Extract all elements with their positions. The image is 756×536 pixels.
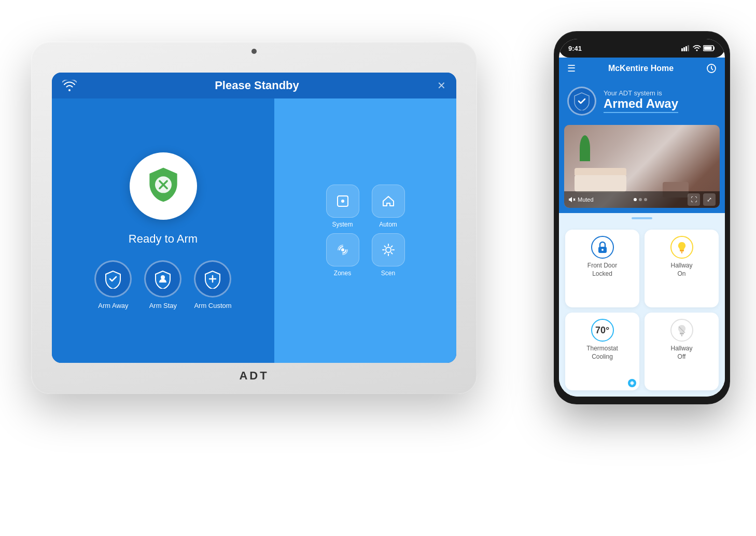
- screen-content: Please Standby ✕: [52, 73, 456, 363]
- expand-button[interactable]: ⤢: [703, 193, 716, 206]
- wifi-icon: [62, 80, 77, 91]
- zones-button[interactable]: Zones: [326, 233, 359, 277]
- wifi-status-icon: [693, 45, 701, 51]
- panel-top-row: System Autom: [326, 185, 405, 228]
- shield-checkmark-icon: [573, 92, 590, 110]
- front-door-card[interactable]: Front DoorLocked: [565, 230, 639, 307]
- bottom-handle: [559, 213, 725, 223]
- phone-status-bar: 9:41: [559, 39, 725, 58]
- arm-custom-icon: [203, 269, 222, 289]
- tablet-screen: Please Standby ✕: [52, 73, 456, 363]
- armed-away-title: Armed Away: [604, 97, 678, 112]
- screen-header: Please Standby ✕: [52, 73, 456, 98]
- svg-rect-16: [685, 46, 687, 51]
- snowflake-icon: [629, 380, 635, 386]
- arm-custom-label: Arm Custom: [194, 302, 231, 309]
- lock-icon: [596, 240, 609, 255]
- ready-to-arm-badge[interactable]: [130, 152, 197, 220]
- svg-rect-25: [680, 250, 684, 251]
- fullscreen-button[interactable]: ⛶: [688, 193, 700, 206]
- video-section: Muted ⛶ ⤢: [559, 123, 725, 213]
- svg-point-24: [601, 249, 604, 251]
- system-label: System: [332, 221, 353, 228]
- clock-icon[interactable]: [706, 63, 717, 74]
- status-subtitle: Your ADT system is: [604, 89, 717, 97]
- bulb-on-icon: [675, 240, 689, 255]
- scenes-button[interactable]: Scen: [372, 233, 405, 277]
- alarm-status-section: Your ADT system is Armed Away: [559, 79, 725, 123]
- shield-badge-icon: [567, 87, 596, 116]
- signal-icon: [681, 45, 691, 51]
- arm-away-icon: [103, 269, 123, 289]
- bulb-off-icon: [675, 323, 689, 337]
- svg-point-3: [341, 200, 344, 203]
- svg-rect-17: [688, 45, 689, 51]
- lock-icon-wrap: [591, 236, 614, 259]
- arm-stay-icon: [153, 269, 173, 289]
- zones-icon: [335, 243, 350, 257]
- ready-label: Ready to Arm: [129, 232, 198, 246]
- status-text: Your ADT system is Armed Away: [604, 89, 717, 112]
- battery-icon: [703, 45, 716, 51]
- arm-stay-button[interactable]: Arm Stay: [144, 260, 181, 309]
- hamburger-icon[interactable]: ☰: [567, 63, 576, 74]
- svg-rect-14: [681, 48, 683, 51]
- video-controls-bar: Muted ⛶ ⤢: [564, 191, 720, 208]
- close-icon[interactable]: ✕: [437, 79, 446, 92]
- svg-rect-31: [680, 333, 684, 334]
- status-time: 9:41: [568, 45, 582, 52]
- drag-handle: [632, 217, 652, 219]
- automation-label: Autom: [379, 221, 397, 228]
- hallway-off-label: HallwayOff: [670, 345, 692, 361]
- tablet-device: Please Standby ✕: [31, 41, 477, 394]
- video-feed[interactable]: Muted ⛶ ⤢: [564, 125, 720, 208]
- smart-home-grid: Front DoorLocked HallwayOn: [559, 223, 725, 397]
- automation-button[interactable]: Autom: [372, 185, 405, 228]
- panel-bottom-row: Zones: [326, 233, 405, 277]
- screen-body: Ready to Arm Arm Away: [52, 98, 456, 363]
- svg-point-1: [161, 275, 165, 279]
- system-button[interactable]: System: [326, 185, 359, 228]
- front-door-label: Front DoorLocked: [587, 262, 617, 278]
- temperature-value: 70°: [595, 325, 609, 336]
- cooling-badge-icon: [628, 379, 636, 387]
- scene: Please Standby ✕: [0, 0, 756, 536]
- svg-line-10: [384, 246, 385, 247]
- thermostat-card[interactable]: 70° ThermostatCooling: [565, 313, 639, 390]
- arm-custom-button[interactable]: Arm Custom: [194, 260, 231, 309]
- svg-line-12: [391, 246, 392, 247]
- system-icon: [335, 194, 350, 208]
- left-panel: Ready to Arm Arm Away: [52, 98, 274, 363]
- screen-title: Please Standby: [215, 79, 299, 92]
- topbar-title: McKentire Home: [608, 64, 674, 73]
- hallway-on-card[interactable]: HallwayOn: [645, 230, 719, 307]
- svg-line-13: [384, 252, 385, 253]
- arm-away-label: Arm Away: [98, 302, 128, 309]
- svg-line-11: [391, 252, 392, 253]
- video-pagination: [634, 198, 647, 201]
- arm-buttons-group: Arm Away: [94, 260, 231, 309]
- right-panel: System Autom: [274, 98, 456, 363]
- thermostat-label: ThermostatCooling: [586, 345, 618, 361]
- speaker-muted-icon: [568, 196, 576, 203]
- hallway-on-label: HallwayOn: [670, 262, 692, 278]
- bulb-off-icon-wrap: [670, 319, 693, 342]
- svg-point-4: [341, 248, 344, 251]
- video-buttons: ⛶ ⤢: [688, 193, 716, 206]
- muted-label: Muted: [568, 196, 594, 203]
- phone-device: 9:41: [554, 31, 730, 404]
- phone-screen: 9:41: [559, 39, 725, 397]
- hallway-off-card[interactable]: HallwayOff: [645, 313, 719, 390]
- home-icon: [381, 194, 396, 208]
- thermostat-icon-wrap: 70°: [591, 319, 614, 342]
- scenes-label: Scen: [381, 270, 395, 277]
- svg-point-5: [386, 247, 391, 252]
- svg-rect-15: [683, 47, 685, 51]
- bulb-on-icon-wrap: [670, 236, 693, 259]
- arm-away-button[interactable]: Arm Away: [94, 260, 132, 309]
- tablet-brand-logo: ADT: [239, 369, 269, 383]
- phone-topbar: ☰ McKentire Home: [559, 58, 725, 79]
- svg-rect-19: [704, 47, 712, 50]
- status-icons: [681, 45, 716, 51]
- shield-x-icon: [143, 165, 184, 207]
